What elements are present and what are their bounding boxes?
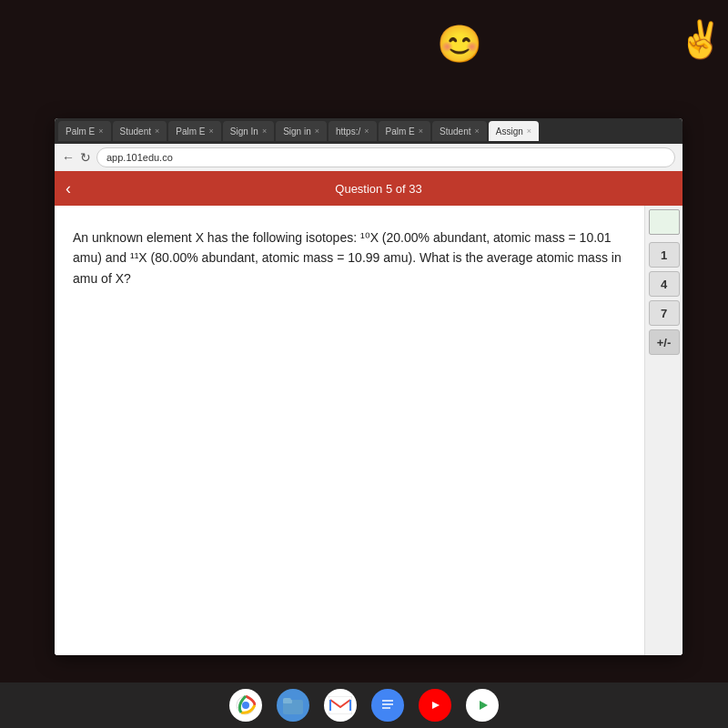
emoji-sticker-2: ✌️ <box>678 18 723 61</box>
svg-rect-6 <box>379 695 396 715</box>
taskbar-docs-icon[interactable] <box>371 689 404 722</box>
tab-close-4[interactable]: × <box>262 126 267 136</box>
svg-rect-4 <box>283 698 291 703</box>
question-area: An unknown element X has the following i… <box>55 206 644 655</box>
tab-palm-e-3[interactable]: Palm E × <box>379 121 431 141</box>
tab-https[interactable]: https:/ × <box>329 121 377 141</box>
app-back-button[interactable]: ‹ <box>66 179 71 198</box>
tab-close-8[interactable]: × <box>475 126 480 136</box>
svg-rect-5 <box>329 696 352 714</box>
tab-close-3[interactable]: × <box>208 126 213 136</box>
refresh-button[interactable]: ↻ <box>80 150 91 165</box>
taskbar-files-icon[interactable] <box>277 689 309 722</box>
main-content: An unknown element X has the following i… <box>55 206 682 655</box>
address-bar: ← ↻ <box>55 144 682 171</box>
svg-point-1 <box>242 702 249 709</box>
back-button[interactable]: ← <box>62 150 75 165</box>
calculator-display <box>649 209 680 235</box>
tab-close-7[interactable]: × <box>419 126 423 136</box>
taskbar-play-icon[interactable] <box>466 689 499 722</box>
tab-assign[interactable]: Assign × <box>489 121 539 141</box>
tab-student-2[interactable]: Student × <box>432 121 487 141</box>
taskbar-youtube-icon[interactable] <box>419 689 451 722</box>
tab-palm-e-2[interactable]: Palm E × <box>168 121 221 141</box>
taskbar <box>0 682 728 728</box>
tab-palm-e-1[interactable]: Palm E × <box>58 121 111 141</box>
taskbar-chrome-icon[interactable] <box>229 689 262 722</box>
taskbar-gmail-icon[interactable] <box>324 689 357 722</box>
calc-btn-plusminus[interactable]: +/- <box>649 329 680 355</box>
calculator-sidebar: 1 4 7 +/- <box>644 206 682 655</box>
calc-btn-7[interactable]: 7 <box>649 300 680 326</box>
screen-wrapper: 😊 ✌️ Palm E × Student × Palm E × Sign In… <box>0 0 728 728</box>
emoji-sticker-1: 😊 <box>437 23 482 66</box>
calc-btn-1[interactable]: 1 <box>649 242 680 268</box>
tab-close-9[interactable]: × <box>527 126 531 136</box>
question-text: An unknown element X has the following i… <box>73 228 626 288</box>
sticker-area: 😊 ✌️ <box>0 9 728 118</box>
browser-window: Palm E × Student × Palm E × Sign In × Si… <box>55 118 682 655</box>
tab-sign-in-2[interactable]: Sign in × <box>276 121 327 141</box>
tab-close-6[interactable]: × <box>364 126 369 136</box>
tab-student-1[interactable]: Student × <box>113 121 167 141</box>
tab-close-5[interactable]: × <box>315 126 319 136</box>
app-header: ‹ Question 5 of 33 <box>55 171 682 206</box>
tab-sign-in-1[interactable]: Sign In × <box>223 121 274 141</box>
tab-close-2[interactable]: × <box>155 126 159 136</box>
tab-close-1[interactable]: × <box>98 126 103 136</box>
app-container: ‹ Question 5 of 33 An unknown element X … <box>55 171 682 655</box>
address-input[interactable] <box>96 147 675 167</box>
question-counter: Question 5 of 33 <box>86 182 672 196</box>
tab-bar: Palm E × Student × Palm E × Sign In × Si… <box>55 118 682 144</box>
calc-btn-4[interactable]: 4 <box>649 271 680 297</box>
